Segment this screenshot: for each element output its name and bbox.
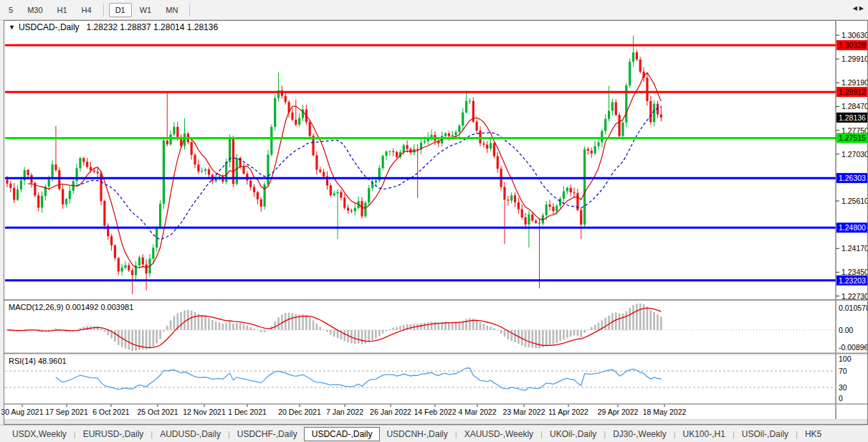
tab-audusd-daily[interactable]: AUDUSD-,Daily <box>153 428 227 441</box>
svg-text:1 Dec 2021: 1 Dec 2021 <box>228 408 267 416</box>
tab-hk5[interactable]: HK5 <box>798 428 828 441</box>
svg-text:1.28912: 1.28912 <box>839 88 866 96</box>
svg-text:1.28470: 1.28470 <box>841 102 868 110</box>
horizontal-scrollbar[interactable] <box>4 420 867 424</box>
svg-text:1.25610: 1.25610 <box>841 197 868 205</box>
trading-app-window: 5M30H1H4D1W1MN 1.306301.299101.291901.28… <box>0 0 868 442</box>
tab-usdchf-daily[interactable]: USDCHF-,Daily <box>231 428 304 441</box>
svg-text:1.28136: 1.28136 <box>839 113 866 122</box>
svg-text:1.29190: 1.29190 <box>841 78 868 87</box>
svg-text:12 Nov 2021: 12 Nov 2021 <box>183 408 226 416</box>
tab-ukoil-daily[interactable]: UKOil-,Daily <box>543 428 603 441</box>
tab-separator: | <box>455 430 457 438</box>
chart-window-background[interactable] <box>4 20 868 419</box>
svg-text:25 Oct 2021: 25 Oct 2021 <box>137 408 178 416</box>
tab-separator: | <box>733 430 735 438</box>
svg-text:1.26303: 1.26303 <box>839 174 866 182</box>
svg-text:1.29910: 1.29910 <box>841 55 868 63</box>
svg-text:100: 100 <box>839 354 852 363</box>
svg-text:26 Jan 2022: 26 Jan 2022 <box>370 408 411 416</box>
tab-eurusd-daily[interactable]: EURUSD-,Daily <box>77 428 151 441</box>
tab-scroll-left-icon[interactable]: ◀ <box>853 5 859 11</box>
tab-dj30-weekly[interactable]: DJ30-,Weekly <box>606 428 672 441</box>
tab-usoil-daily[interactable]: USOil-,Daily <box>735 428 795 441</box>
svg-text:1.27030: 1.27030 <box>841 150 868 159</box>
tab-separator: | <box>151 430 153 438</box>
svg-text:1.23450: 1.23450 <box>841 268 868 276</box>
svg-text:7 Jan 2022: 7 Jan 2022 <box>326 408 363 416</box>
svg-text:18 May 2022: 18 May 2022 <box>643 408 687 416</box>
tab-usdcad-daily[interactable]: USDCAD-,Daily <box>304 427 381 441</box>
svg-text:23 Mar 2022: 23 Mar 2022 <box>503 408 545 416</box>
svg-text:70: 70 <box>839 367 847 375</box>
svg-text:14 Feb 2022: 14 Feb 2022 <box>414 408 457 416</box>
tab-separator: | <box>228 430 230 438</box>
svg-text:11 Apr 2022: 11 Apr 2022 <box>548 408 588 416</box>
chart-tab-bar: USDX,Weekly|EURUSD-,Daily|AUDUSD-,Daily|… <box>0 425 868 442</box>
svg-text:30: 30 <box>839 383 847 392</box>
svg-text:30 Aug 2021: 30 Aug 2021 <box>1 408 44 416</box>
svg-text:20 Dec 2021: 20 Dec 2021 <box>278 408 321 416</box>
svg-text:1.22730: 1.22730 <box>841 292 868 301</box>
tab-usdx-weekly[interactable]: USDX,Weekly <box>6 428 73 441</box>
tab-scroll-arrows[interactable]: ◀▶ <box>853 5 866 11</box>
tab-separator: | <box>540 430 543 438</box>
tab-separator: | <box>74 430 76 438</box>
svg-text:29 Apr 2022: 29 Apr 2022 <box>598 408 639 416</box>
tab-separator: | <box>796 430 798 438</box>
svg-text:1.24170: 1.24170 <box>841 244 868 253</box>
tab-uk100-h1[interactable]: UK100-,H1 <box>677 428 732 441</box>
svg-text:4 Mar 2022: 4 Mar 2022 <box>458 408 496 416</box>
svg-text:0: 0 <box>839 394 843 403</box>
svg-text:0.00: 0.00 <box>839 326 854 334</box>
svg-text:0.010578: 0.010578 <box>839 304 868 312</box>
svg-text:1.24800: 1.24800 <box>839 223 866 232</box>
tab-usdcnh-daily[interactable]: USDCNH-,Daily <box>380 428 454 441</box>
svg-text:-0.00896: -0.00896 <box>839 343 868 352</box>
svg-text:1.27515: 1.27515 <box>839 133 866 142</box>
tab-separator: | <box>604 430 606 438</box>
svg-text:1.30328: 1.30328 <box>839 41 866 50</box>
chart-svg[interactable]: 1.306301.299101.291901.284701.277501.270… <box>0 0 868 442</box>
svg-text:1.23203: 1.23203 <box>839 276 866 285</box>
svg-text:17 Sep 2021: 17 Sep 2021 <box>45 408 88 416</box>
tab-scroll-right-icon[interactable]: ▶ <box>859 5 866 11</box>
svg-text:6 Oct 2021: 6 Oct 2021 <box>92 408 130 416</box>
svg-text:1.30630: 1.30630 <box>841 31 868 39</box>
tab-xauusd-weekly[interactable]: XAUUSD-,Weekly <box>458 428 540 441</box>
tab-separator: | <box>674 430 676 438</box>
